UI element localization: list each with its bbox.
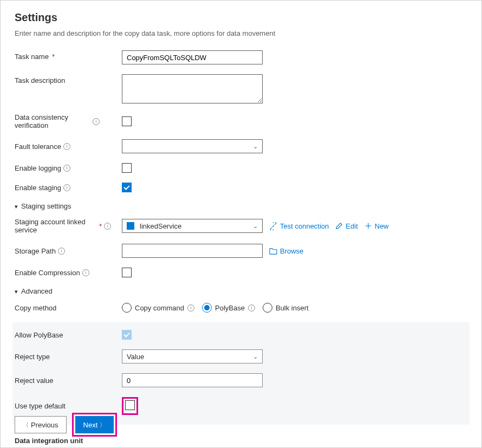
polybase-radio[interactable] xyxy=(202,303,212,313)
allow-polybase-checkbox xyxy=(122,330,132,340)
enable-staging-checkbox[interactable] xyxy=(122,183,132,192)
test-connection-link[interactable]: Test connection xyxy=(269,222,329,230)
copy-method-label: Copy method xyxy=(15,304,122,312)
info-icon[interactable]: i xyxy=(248,304,255,311)
info-icon[interactable]: i xyxy=(82,269,89,276)
reject-value-input[interactable] xyxy=(122,373,263,387)
edit-link[interactable]: Edit xyxy=(335,222,357,230)
caret-down-icon xyxy=(15,287,18,295)
page-title: Settings xyxy=(15,11,467,24)
fault-tolerance-label: Fault tolerance i xyxy=(15,142,122,151)
linked-service-icon xyxy=(127,222,134,230)
task-name-input[interactable] xyxy=(122,50,263,64)
folder-icon xyxy=(269,248,277,255)
info-icon[interactable]: i xyxy=(104,223,111,230)
info-icon[interactable]: i xyxy=(58,248,65,255)
page-subtitle: Enter name and description for the copy … xyxy=(15,29,467,37)
caret-down-icon xyxy=(15,202,18,210)
data-consistency-label: Data consistency verification i xyxy=(15,113,122,129)
previous-button[interactable]: 〈 Previous xyxy=(15,416,67,433)
storage-path-input[interactable] xyxy=(122,244,263,258)
copy-command-radio-label: Copy command xyxy=(135,304,184,312)
info-icon[interactable]: i xyxy=(93,118,100,125)
enable-staging-label: Enable staging i xyxy=(15,184,122,192)
bulk-insert-radio[interactable] xyxy=(263,303,272,313)
staging-settings-header[interactable]: Staging settings xyxy=(15,202,467,210)
storage-path-label: Storage Path i xyxy=(15,247,122,255)
fault-tolerance-dropdown[interactable]: ⌄ xyxy=(122,139,263,153)
polybase-settings-block: Allow PolyBase Reject type Value ⌄ Rejec… xyxy=(12,322,470,425)
linked-service-dropdown[interactable]: linkedService ⌄ xyxy=(122,219,263,233)
polybase-radio-label: PolyBase xyxy=(215,304,245,312)
staging-linked-label: Staging account linked service * i xyxy=(15,218,122,234)
pencil-icon xyxy=(335,222,343,230)
allow-polybase-label: Allow PolyBase xyxy=(15,331,122,339)
reject-value-label: Reject value xyxy=(15,376,122,385)
chevron-down-icon: ⌄ xyxy=(253,353,258,360)
info-icon[interactable]: i xyxy=(187,304,194,311)
reject-type-dropdown[interactable]: Value ⌄ xyxy=(122,349,263,363)
advanced-header[interactable]: Advanced xyxy=(15,287,467,295)
copy-command-radio[interactable] xyxy=(122,303,132,313)
bulk-insert-radio-label: Bulk insert xyxy=(276,304,309,312)
settings-panel: Settings Enter name and description for … xyxy=(0,0,482,448)
task-description-label: Task description xyxy=(15,74,122,85)
chevron-right-icon: 〉 xyxy=(100,421,106,429)
highlight-next: Next 〉 xyxy=(72,413,118,437)
info-icon[interactable]: i xyxy=(63,184,70,191)
enable-compression-checkbox[interactable] xyxy=(122,268,132,277)
wizard-footer: 〈 Previous Next 〉 xyxy=(15,413,467,437)
task-description-textarea[interactable] xyxy=(122,74,263,103)
enable-compression-label: Enable Compression i xyxy=(15,269,122,277)
info-icon[interactable]: i xyxy=(63,143,70,150)
enable-logging-label: Enable logging i xyxy=(15,164,122,172)
data-consistency-checkbox[interactable] xyxy=(122,116,132,126)
use-type-default-label: Use type default xyxy=(15,402,122,410)
enable-logging-checkbox[interactable] xyxy=(122,163,132,173)
use-type-default-checkbox[interactable] xyxy=(125,400,135,410)
info-icon[interactable]: i xyxy=(63,165,70,172)
plus-icon xyxy=(364,222,372,230)
next-button[interactable]: Next 〉 xyxy=(75,416,114,433)
chevron-down-icon: ⌄ xyxy=(253,143,258,150)
task-name-label: Task name* xyxy=(15,50,122,61)
chevron-down-icon: ⌄ xyxy=(253,223,258,230)
new-link[interactable]: New xyxy=(364,222,389,230)
browse-link[interactable]: Browse xyxy=(269,247,303,255)
test-connection-icon xyxy=(269,222,277,230)
chevron-left-icon: 〈 xyxy=(23,421,29,429)
reject-type-label: Reject type xyxy=(15,353,122,361)
